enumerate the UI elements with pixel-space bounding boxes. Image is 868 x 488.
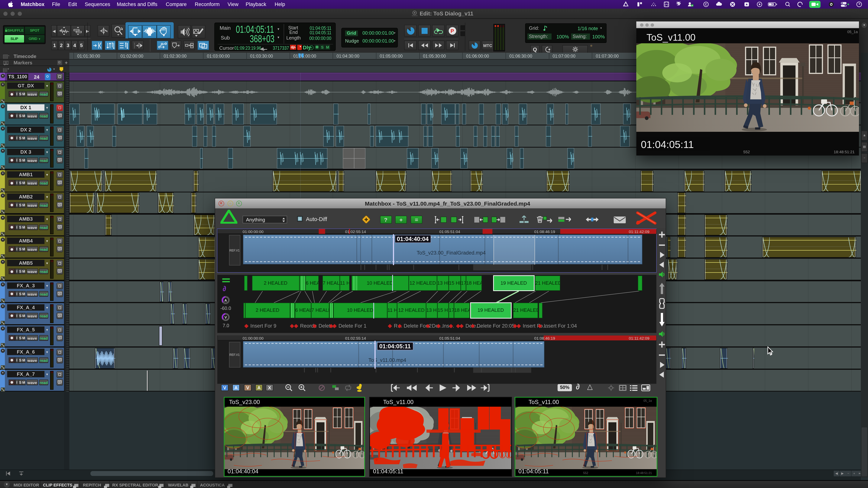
svg-text:SESSION: SESSION — [412, 15, 417, 17]
svg-text:C: C — [705, 3, 707, 6]
svg-text:V: V — [224, 315, 227, 319]
